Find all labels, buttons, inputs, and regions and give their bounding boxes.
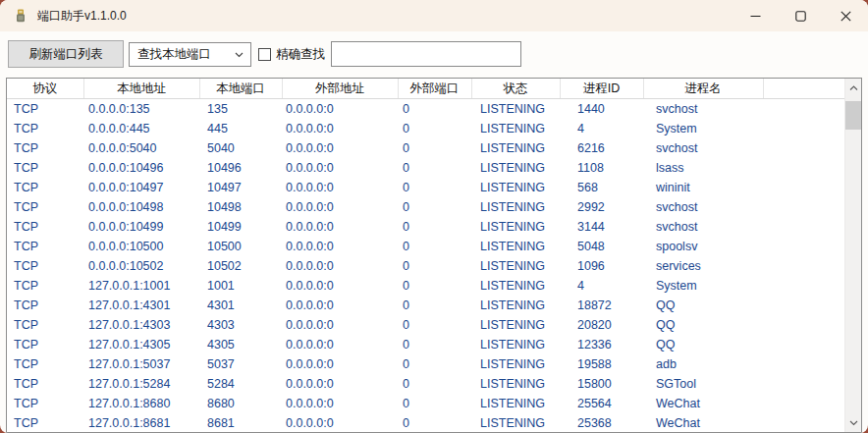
scrollbar-thumb[interactable] xyxy=(845,101,861,130)
cell-filler xyxy=(763,335,844,354)
cell-state: LISTENING xyxy=(471,296,560,315)
column-header-remote-address[interactable]: 外部地址 xyxy=(282,79,398,99)
table-row[interactable]: TCP 0.0.0.0:10498 10498 0.0.0.0:0 0 LIST… xyxy=(7,197,844,217)
table-row[interactable]: TCP 127.0.0.1:4301 4301 0.0.0.0:0 0 LIST… xyxy=(7,296,844,315)
cell-local-address: 0.0.0.0:10498 xyxy=(83,197,199,217)
cell-local-port: 10498 xyxy=(199,197,282,217)
cell-filler xyxy=(763,374,844,394)
cell-process-name: svchost xyxy=(643,138,763,158)
cell-state: LISTENING xyxy=(471,315,560,335)
column-header-pid[interactable]: 进程ID xyxy=(560,79,643,99)
vertical-scrollbar[interactable] xyxy=(844,79,861,432)
cell-process-name: WeChat xyxy=(643,394,763,413)
cell-filler xyxy=(763,197,844,217)
cell-pid: 568 xyxy=(560,178,643,197)
cell-local-port: 5037 xyxy=(199,354,282,374)
table-row[interactable]: TCP 0.0.0.0:135 135 0.0.0.0:0 0 LISTENIN… xyxy=(7,99,844,120)
cell-local-port: 10500 xyxy=(199,237,282,256)
exact-search-checkbox[interactable] xyxy=(258,48,271,61)
toolbar: 刷新端口列表 查找本地端口 精确查找 xyxy=(0,31,868,78)
titlebar[interactable]: 端口助手v1.1.0.0 xyxy=(0,0,868,31)
cell-remote-address: 0.0.0.0:0 xyxy=(282,197,398,217)
cell-remote-port: 0 xyxy=(398,296,471,315)
cell-local-port: 5284 xyxy=(199,374,282,394)
cell-filler xyxy=(763,119,844,138)
cell-protocol: TCP xyxy=(7,335,83,354)
cell-pid: 3144 xyxy=(560,217,643,237)
table-row[interactable]: TCP 127.0.0.1:1001 1001 0.0.0.0:0 0 LIST… xyxy=(7,276,844,296)
cell-filler xyxy=(763,237,844,256)
table-row[interactable]: TCP 0.0.0.0:10500 10500 0.0.0.0:0 0 LIST… xyxy=(7,237,844,256)
cell-remote-address: 0.0.0.0:0 xyxy=(282,119,398,138)
cell-pid: 20820 xyxy=(560,315,643,335)
table-row[interactable]: TCP 0.0.0.0:5040 5040 0.0.0.0:0 0 LISTEN… xyxy=(7,138,844,158)
cell-filler xyxy=(763,413,844,433)
table-row[interactable]: TCP 127.0.0.1:8681 8681 0.0.0.0:0 0 LIST… xyxy=(7,413,844,433)
maximize-button[interactable] xyxy=(778,0,823,31)
cell-process-name: System xyxy=(643,119,763,138)
table-row[interactable]: TCP 0.0.0.0:10499 10499 0.0.0.0:0 0 LIST… xyxy=(7,217,844,237)
table-row[interactable]: TCP 127.0.0.1:4303 4303 0.0.0.0:0 0 LIST… xyxy=(7,315,844,335)
table-row[interactable]: TCP 0.0.0.0:10502 10502 0.0.0.0:0 0 LIST… xyxy=(7,256,844,276)
cell-protocol: TCP xyxy=(7,237,83,256)
cell-protocol: TCP xyxy=(7,99,83,120)
search-input[interactable] xyxy=(331,41,521,67)
column-header-state[interactable]: 状态 xyxy=(471,79,560,99)
column-header-local-port[interactable]: 本地端口 xyxy=(199,79,282,99)
column-header-local-address[interactable]: 本地地址 xyxy=(83,79,199,99)
cell-protocol: TCP xyxy=(7,197,83,217)
cell-process-name: spoolsv xyxy=(643,237,763,256)
table-header-row: 协议 本地地址 本地端口 外部地址 外部端口 状态 进程ID 进程名 xyxy=(7,79,844,99)
cell-filler xyxy=(763,178,844,197)
refresh-ports-button[interactable]: 刷新端口列表 xyxy=(8,40,124,68)
cell-protocol: TCP xyxy=(7,413,83,433)
cell-local-port: 1001 xyxy=(199,276,282,296)
exact-search-label[interactable]: 精确查找 xyxy=(276,31,325,78)
table-row[interactable]: TCP 127.0.0.1:5284 5284 0.0.0.0:0 0 LIST… xyxy=(7,374,844,394)
cell-pid: 1108 xyxy=(560,158,643,178)
cell-local-address: 127.0.0.1:1001 xyxy=(83,276,199,296)
scroll-down-button[interactable] xyxy=(845,413,861,432)
table-row[interactable]: TCP 0.0.0.0:10497 10497 0.0.0.0:0 0 LIST… xyxy=(7,178,844,197)
cell-local-address: 0.0.0.0:10499 xyxy=(83,217,199,237)
cell-pid: 4 xyxy=(560,119,643,138)
cell-local-port: 4305 xyxy=(199,335,282,354)
window-controls xyxy=(732,0,868,31)
cell-local-port: 4303 xyxy=(199,315,282,335)
cell-remote-port: 0 xyxy=(398,315,471,335)
cell-remote-port: 0 xyxy=(398,237,471,256)
table-row[interactable]: TCP 127.0.0.1:5037 5037 0.0.0.0:0 0 LIST… xyxy=(7,354,844,374)
cell-remote-port: 0 xyxy=(398,413,471,433)
search-type-selected-value: 查找本地端口 xyxy=(137,46,211,63)
table-row[interactable]: TCP 127.0.0.1:4305 4305 0.0.0.0:0 0 LIST… xyxy=(7,335,844,354)
cell-local-address: 0.0.0.0:5040 xyxy=(83,138,199,158)
minimize-button[interactable] xyxy=(732,0,778,31)
cell-local-address: 0.0.0.0:10496 xyxy=(83,158,199,178)
search-type-dropdown[interactable]: 查找本地端口 xyxy=(129,42,251,67)
cell-protocol: TCP xyxy=(7,178,83,197)
column-header-process-name[interactable]: 进程名 xyxy=(643,79,763,99)
column-header-protocol[interactable]: 协议 xyxy=(7,79,83,99)
port-table-body: TCP 0.0.0.0:135 135 0.0.0.0:0 0 LISTENIN… xyxy=(7,99,844,433)
table-row[interactable]: TCP 0.0.0.0:445 445 0.0.0.0:0 0 LISTENIN… xyxy=(7,119,844,138)
table-row[interactable]: TCP 127.0.0.1:8680 8680 0.0.0.0:0 0 LIST… xyxy=(7,394,844,413)
close-button[interactable] xyxy=(823,0,868,31)
cell-protocol: TCP xyxy=(7,394,83,413)
cell-remote-address: 0.0.0.0:0 xyxy=(282,413,398,433)
cell-pid: 2992 xyxy=(560,197,643,217)
column-header-remote-port[interactable]: 外部端口 xyxy=(398,79,471,99)
scroll-up-button[interactable] xyxy=(845,79,861,97)
cell-local-port: 445 xyxy=(199,119,282,138)
cell-local-port: 10499 xyxy=(199,217,282,237)
cell-local-address: 127.0.0.1:4301 xyxy=(83,296,199,315)
cell-remote-address: 0.0.0.0:0 xyxy=(282,237,398,256)
cell-process-name: svchost xyxy=(643,99,763,120)
cell-remote-address: 0.0.0.0:0 xyxy=(282,256,398,276)
table-row[interactable]: TCP 0.0.0.0:10496 10496 0.0.0.0:0 0 LIST… xyxy=(7,158,844,178)
cell-local-port: 8681 xyxy=(199,413,282,433)
cell-process-name: adb xyxy=(643,354,763,374)
chevron-down-icon xyxy=(849,420,858,426)
cell-protocol: TCP xyxy=(7,276,83,296)
cell-pid: 1440 xyxy=(560,99,643,120)
cell-local-address: 127.0.0.1:4303 xyxy=(83,315,199,335)
